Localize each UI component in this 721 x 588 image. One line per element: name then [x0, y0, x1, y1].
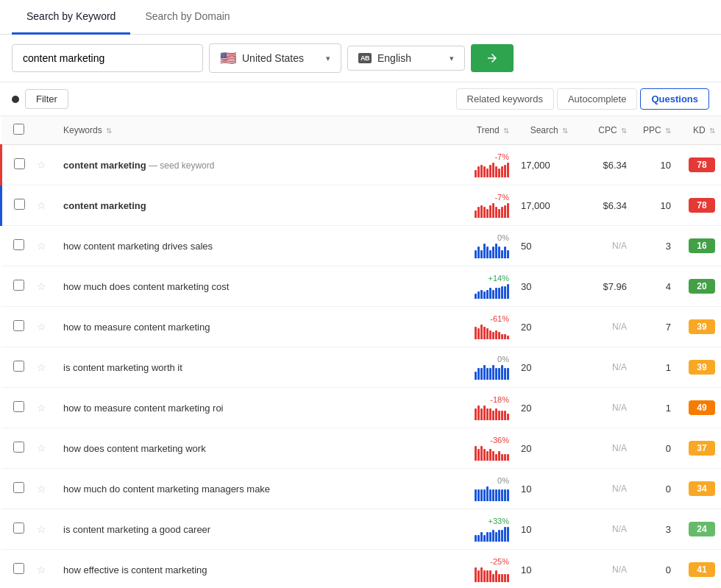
col-keywords[interactable]: Keywords ⇅ [57, 116, 427, 145]
search-volume: 10 [521, 483, 531, 495]
keyword-text: how much do content marketing managers m… [63, 483, 270, 495]
row-checkbox[interactable] [13, 482, 24, 493]
tab-questions[interactable]: Questions [640, 88, 709, 110]
filter-left: Filter [12, 89, 68, 109]
ppc-value: 0 [639, 483, 671, 495]
col-search[interactable]: Search ⇅ [515, 116, 574, 145]
star-icon[interactable]: ☆ [37, 564, 46, 575]
table-body: ☆ content marketing — seed keyword -7% 1… [1, 145, 722, 589]
tab-related-keywords[interactable]: Related keywords [456, 88, 554, 110]
row-checkbox[interactable] [13, 563, 24, 574]
row-search-cell: 50 [515, 226, 574, 266]
lang-chevron-icon: ▾ [450, 54, 454, 63]
col-kd[interactable]: KD ⇅ [677, 116, 721, 145]
col-checkbox[interactable] [1, 116, 32, 145]
kd-badge: 24 [689, 522, 715, 536]
star-icon[interactable]: ☆ [37, 402, 46, 414]
row-checkbox[interactable] [13, 361, 24, 372]
row-ppc-cell: 3 [633, 226, 677, 266]
row-checkbox[interactable] [14, 158, 25, 169]
row-checkbox-cell [1, 550, 32, 589]
search-volume: 10 [521, 564, 531, 575]
star-icon[interactable]: ☆ [37, 442, 46, 454]
search-volume: 17,000 [521, 160, 550, 171]
row-keyword-cell: how effective is content marketing [57, 550, 427, 589]
row-search-cell: 20 [515, 347, 574, 388]
row-kd-cell: 16 [677, 226, 721, 266]
keyword-input[interactable] [12, 44, 203, 72]
row-checkbox-cell [1, 469, 32, 509]
star-icon[interactable]: ☆ [37, 159, 46, 171]
search-row: 🇺🇸 United States ▾ AB English ▾ [0, 35, 721, 82]
row-kd-cell: 37 [677, 428, 721, 469]
trend-percent: -7% [494, 152, 509, 161]
row-cpc-cell: N/A [574, 307, 633, 347]
row-kd-cell: 78 [677, 145, 721, 185]
star-icon[interactable]: ☆ [37, 361, 46, 373]
row-trend-cell: -25% [427, 550, 515, 589]
row-trend-cell: -7% [427, 145, 515, 185]
arrow-right-icon [486, 52, 499, 65]
trend-chart [475, 284, 509, 299]
row-checkbox-cell [1, 185, 32, 226]
table-row: ☆ content marketing — seed keyword -7% 1… [1, 145, 722, 185]
trend-chart [475, 527, 509, 542]
row-keyword-cell: content marketing — seed keyword [57, 145, 427, 185]
language-icon: AB [358, 53, 372, 63]
country-chevron-icon: ▾ [326, 54, 330, 63]
star-icon[interactable]: ☆ [37, 199, 46, 211]
tab-autocomplete[interactable]: Autocomplete [557, 88, 638, 110]
row-trend-cell: -36% [427, 428, 515, 469]
trend-percent: +14% [489, 274, 509, 283]
row-cpc-cell: N/A [574, 509, 633, 550]
col-cpc[interactable]: CPC ⇅ [574, 116, 633, 145]
row-ppc-cell: 1 [633, 347, 677, 388]
star-icon[interactable]: ☆ [37, 280, 46, 292]
country-select[interactable]: 🇺🇸 United States ▾ [209, 43, 341, 73]
star-icon[interactable]: ☆ [37, 240, 46, 252]
row-checkbox[interactable] [13, 523, 24, 534]
trend-percent: -25% [490, 557, 509, 566]
table-row: ☆ is content marketing a good career +33… [1, 509, 722, 550]
row-ppc-cell: 0 [633, 428, 677, 469]
row-checkbox[interactable] [13, 401, 24, 412]
row-checkbox[interactable] [14, 199, 25, 210]
row-checkbox-cell [1, 307, 32, 347]
language-select[interactable]: AB English ▾ [347, 46, 465, 71]
row-checkbox[interactable] [13, 442, 24, 453]
table-row: ☆ how to measure content marketing roi -… [1, 388, 722, 428]
row-cpc-cell: $7.96 [574, 266, 633, 307]
table-row: ☆ how does content marketing work -36% 2… [1, 428, 722, 469]
row-checkbox[interactable] [13, 239, 24, 250]
row-kd-cell: 78 [677, 185, 721, 226]
keyword-text: is content marketing a good career [63, 524, 210, 535]
keyword-text: how effective is content marketing [63, 564, 207, 575]
col-trend[interactable]: Trend ⇅ [427, 116, 515, 145]
ppc-value: 1 [639, 362, 671, 373]
kd-badge: 41 [689, 562, 715, 577]
row-star-cell: ☆ [31, 428, 57, 469]
trend-percent: -18% [490, 395, 509, 404]
row-kd-cell: 41 [677, 550, 721, 589]
filter-button[interactable]: Filter [25, 89, 68, 109]
star-icon[interactable]: ☆ [37, 321, 46, 333]
language-label: English [377, 52, 411, 64]
row-star-cell: ☆ [31, 266, 57, 307]
row-checkbox[interactable] [13, 320, 24, 331]
row-keyword-cell: how much does content marketing cost [57, 266, 427, 307]
star-icon[interactable]: ☆ [37, 483, 46, 495]
table-row: ☆ content marketing -7% 17,000 $6.34 10 … [1, 185, 722, 226]
kd-badge: 39 [689, 360, 715, 375]
star-icon[interactable]: ☆ [37, 523, 46, 535]
tab-domain[interactable]: Search by Domain [130, 0, 244, 35]
row-ppc-cell: 0 [633, 550, 677, 589]
tab-keyword[interactable]: Search by Keyword [12, 0, 130, 35]
search-button[interactable] [471, 44, 514, 72]
row-checkbox[interactable] [13, 280, 24, 291]
ppc-value: 1 [639, 403, 671, 414]
select-all-checkbox[interactable] [13, 124, 24, 135]
row-trend-cell: 0% [427, 226, 515, 266]
row-cpc-cell: N/A [574, 550, 633, 589]
col-ppc[interactable]: PPC ⇅ [633, 116, 677, 145]
ppc-value: 10 [639, 200, 671, 211]
